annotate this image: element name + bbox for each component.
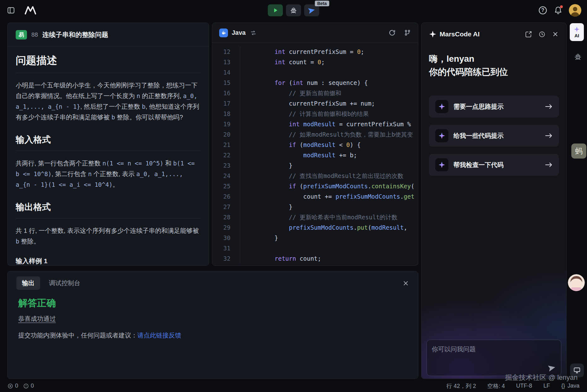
code-text: count += prefixSumModCounts.get — [240, 191, 418, 202]
text-run: 共两行, 第一行包含两个正整数 — [16, 160, 103, 167]
format-code-button[interactable] — [404, 29, 411, 36]
send-message-button[interactable] — [548, 364, 556, 372]
indentation-setting[interactable]: 空格: 4 — [487, 382, 505, 390]
logo-m-icon — [23, 6, 38, 15]
inline-code: b — [142, 103, 145, 110]
debug-sidebar-button[interactable] — [574, 53, 582, 61]
marscode-logo[interactable] — [23, 6, 38, 15]
run-button[interactable] — [268, 4, 283, 16]
help-button[interactable]: ? — [538, 6, 547, 15]
line-number: 15 — [212, 78, 240, 88]
error-count-value: 0 — [15, 383, 18, 389]
code-line[interactable]: 23 } — [212, 160, 418, 171]
language-mode[interactable]: {} Java — [561, 383, 579, 389]
swap-icon — [250, 30, 256, 36]
code-line[interactable]: 13 int count = 0; — [212, 57, 418, 67]
encoding-setting[interactable]: UTF-8 — [516, 383, 532, 389]
user-avatar[interactable] — [569, 4, 581, 17]
line-number: 23 — [212, 160, 240, 171]
code-line[interactable]: 24 // 查找当前modResult之前出现过的次数 — [212, 171, 418, 181]
code-line[interactable]: 27 } — [212, 202, 418, 212]
close-ai-panel-button[interactable] — [552, 31, 559, 38]
statusbar: 0 0 行 42，列 2 空格: 4 UTF-8 LF {} Java — [0, 380, 587, 392]
ai-greeting-line2: 你的代码陪练已到位 — [429, 65, 559, 79]
editor-panel: Java 12 int currentPrefixSum = 0;13 int … — [212, 23, 418, 266]
result-subtext: 恭喜成功通过 — [18, 315, 56, 323]
code-text: // 查找当前modResult之前出现过的次数 — [240, 171, 418, 181]
code-line[interactable]: 30 } — [212, 233, 418, 243]
line-number: 12 — [212, 47, 240, 57]
ai-suggestion-card[interactable]: 帮我检查一下代码 — [429, 154, 559, 176]
community-watermark: 掘金技术社区 @ lenyan — [505, 373, 578, 382]
line-number: 21 — [212, 140, 240, 150]
code-line[interactable]: 32 return count; — [212, 253, 418, 264]
ai-greeting-line1: 嗨，lenyan — [429, 52, 559, 65]
code-line[interactable]: 22 modResult += b; — [212, 150, 418, 160]
code-line[interactable]: 12 int currentPrefixSum = 0; — [212, 47, 418, 57]
close-icon — [402, 280, 409, 287]
problem-header: 易 88 连续子串和的整除问题 — [8, 23, 209, 47]
error-count[interactable]: 0 — [8, 383, 18, 389]
problem-desc-heading: 问题描述 — [16, 54, 201, 68]
line-number: 28 — [212, 212, 240, 222]
problem-body[interactable]: 问题描述 小明是一个五年级的小学生，今天他刚刚学习了整除，想练习一下自己的掌握情… — [8, 47, 209, 266]
ai-sidebar-label: AI — [574, 33, 579, 38]
line-number: 30 — [212, 233, 240, 243]
ai-chat-input[interactable] — [427, 340, 561, 376]
language-mode-label: Java — [568, 383, 579, 389]
assistant-avatar[interactable] — [568, 274, 585, 291]
code-line[interactable]: 17 currentPrefixSum += num; — [212, 98, 418, 109]
code-text: currentPrefixSum += num; — [240, 98, 418, 109]
send-icon — [548, 364, 556, 372]
code-line[interactable]: 15 for (int num : sequence) { — [212, 78, 418, 88]
divider — [16, 151, 201, 151]
ai-sidebar-toggle[interactable]: AI — [570, 23, 584, 41]
tab-output[interactable]: 输出 — [16, 276, 40, 290]
reset-code-button[interactable] — [389, 29, 396, 36]
code-line[interactable]: 20 // 如果modResult为负数，需要加上b使其变 — [212, 129, 418, 140]
code-line[interactable]: 31 — [212, 243, 418, 253]
sample-input-heading: 输入样例 1 — [16, 257, 201, 265]
sparkle-icon — [435, 100, 448, 113]
inline-code: b — [16, 238, 19, 245]
code-text: // 计算当前前缀和模b的结果 — [240, 109, 418, 119]
code-text: // 更新当前前缀和 — [240, 88, 418, 98]
code-text — [240, 243, 418, 253]
sidebar-toggle-button[interactable] — [7, 6, 15, 14]
code-editor[interactable]: 12 int currentPrefixSum = 0;13 int count… — [212, 43, 418, 264]
problem-panel: 易 88 连续子串和的整除问题 问题描述 小明是一个五年级的小学生，今天他刚刚学… — [7, 23, 209, 266]
code-line[interactable]: 18 // 计算当前前缀和模b的结果 — [212, 109, 418, 119]
code-text: return count; — [240, 253, 418, 264]
warning-count[interactable]: 0 — [23, 383, 34, 389]
tab-debug-console[interactable]: 调试控制台 — [49, 279, 80, 287]
cursor-position[interactable]: 行 42，列 2 — [447, 382, 476, 390]
problem-title: 连续子串和的整除问题 — [42, 30, 108, 39]
code-line[interactable]: 29 prefixSumModCounts.put(modResult, — [212, 222, 418, 233]
code-line[interactable]: 28 // 更新哈希表中当前modResult的计数 — [212, 212, 418, 222]
sparkle-icon — [435, 129, 448, 142]
ai-suggestion-card[interactable]: 给我一些代码提示 — [429, 125, 559, 147]
notifications-button[interactable] — [554, 6, 563, 15]
code-line[interactable]: 25 if (prefixSumModCounts.containsKey( — [212, 181, 418, 191]
history-button[interactable] — [538, 31, 546, 38]
feedback-text: 提交功能内测体验中，任何问题或者建议： — [18, 332, 137, 339]
code-line[interactable]: 19 int modResult = currentPrefixSum % — [212, 119, 418, 129]
code-line[interactable]: 14 — [212, 67, 418, 78]
support-float-button[interactable]: 蚂 — [571, 144, 586, 159]
line-number: 24 — [212, 171, 240, 181]
switch-language-button[interactable] — [250, 30, 256, 36]
bug-icon — [574, 53, 582, 61]
code-text: modResult += b; — [240, 150, 418, 160]
close-output-button[interactable] — [402, 280, 409, 287]
ai-suggestion-card[interactable]: 需要一点思路提示 — [429, 96, 559, 118]
code-line[interactable]: 26 count += prefixSumModCounts.get — [212, 191, 418, 202]
new-chat-button[interactable] — [525, 31, 532, 38]
debug-button[interactable] — [286, 4, 301, 16]
eol-setting[interactable]: LF — [543, 383, 550, 389]
code-line[interactable]: 16 // 更新当前前缀和 — [212, 88, 418, 98]
marscode-app: Beta ? 易 88 连续子串和的整除问题 问题描述 小明是一个五年级的小学生… — [0, 0, 587, 392]
ai-panel-title: MarsCode AI — [440, 30, 480, 38]
feedback-link[interactable]: 请点此链接反馈 — [137, 332, 181, 339]
warning-count-value: 0 — [31, 383, 34, 389]
code-line[interactable]: 21 if (modResult < 0) { — [212, 140, 418, 150]
